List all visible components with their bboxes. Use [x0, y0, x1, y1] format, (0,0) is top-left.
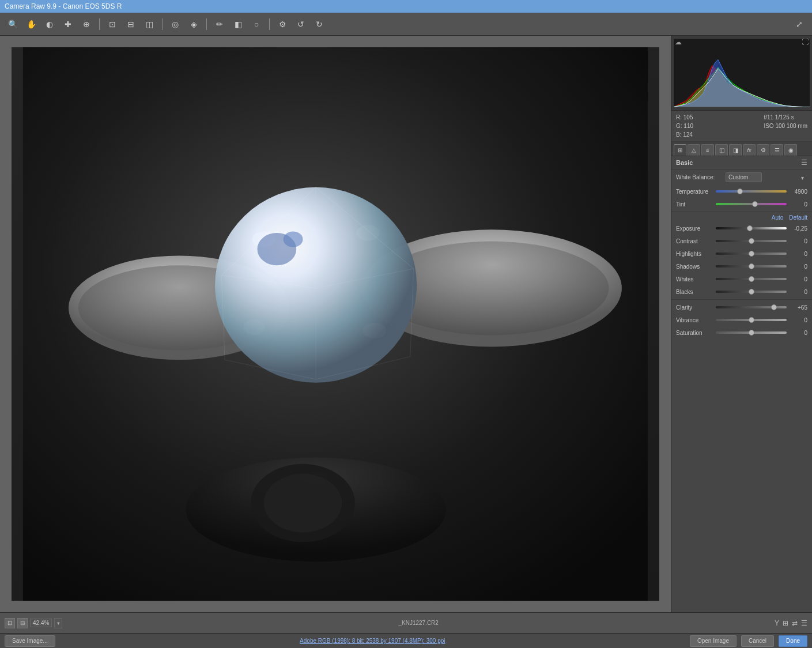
histogram-svg — [674, 38, 810, 108]
before-after-icon[interactable]: ⇄ — [792, 619, 798, 627]
clarity-label: Clarity — [676, 304, 713, 311]
zoom-dropdown-btn[interactable]: ▾ — [54, 618, 62, 628]
contrast-track-wrapper[interactable] — [716, 237, 787, 245]
filmstrip-icon[interactable]: ☰ — [801, 619, 807, 627]
saturation-thumb[interactable] — [749, 330, 754, 336]
shadows-track[interactable] — [716, 265, 787, 268]
zoom-value: 42.4% — [30, 619, 52, 627]
red-eye-tool[interactable]: ◈ — [186, 16, 202, 32]
panel-tabs: ⊞ △ ≡ ◫ ◨ fx ⚙ ☰ ◉ — [671, 142, 812, 156]
zoom-fill-btn[interactable]: ⊟ — [17, 618, 28, 628]
saturation-track[interactable] — [716, 331, 787, 334]
save-image-btn[interactable]: Save Image... — [5, 635, 55, 647]
tint-label: Tint — [676, 201, 713, 208]
whites-thumb[interactable] — [749, 276, 754, 282]
highlights-track-wrapper[interactable] — [716, 250, 787, 258]
shadows-track-wrapper[interactable] — [716, 262, 787, 270]
right-panel: ☁ ⛶ R: 105 G: 110 B: 124 f/ — [671, 36, 812, 612]
compare-icon[interactable]: ⊞ — [783, 619, 788, 627]
tab-detail[interactable]: ≡ — [701, 144, 714, 156]
zoom-fit-btn[interactable]: ⊡ — [5, 618, 15, 628]
tab-effects[interactable]: fx — [743, 144, 756, 156]
blacks-label: Blacks — [676, 289, 713, 295]
grad-filter-tool[interactable]: ◧ — [230, 16, 246, 32]
saturation-row: Saturation 0 — [671, 326, 812, 339]
blacks-track-wrapper[interactable] — [716, 288, 787, 296]
footer-bar: Save Image... Adobe RGB (1998); 8 bit; 2… — [0, 633, 812, 648]
tab-camera[interactable]: ⚙ — [757, 144, 769, 156]
shadows-row: Shadows 0 — [671, 260, 812, 273]
temperature-track[interactable] — [716, 190, 787, 193]
transform-tool[interactable]: ◫ — [141, 16, 157, 32]
footer-info[interactable]: Adobe RGB (1998); 8 bit; 2538 by 1907 (4… — [60, 638, 685, 644]
blacks-thumb[interactable] — [749, 289, 754, 295]
rotate-cw-btn[interactable]: ↻ — [311, 16, 327, 32]
tab-basic[interactable]: ⊞ — [674, 144, 686, 156]
white-balance-tool[interactable]: ◐ — [41, 16, 58, 32]
vibrance-value: 0 — [789, 317, 807, 323]
done-btn[interactable]: Done — [779, 635, 807, 647]
shadows-thumb[interactable] — [749, 263, 754, 269]
panel-title: Basic — [676, 159, 693, 166]
blacks-row: Blacks 0 — [671, 285, 812, 298]
spot-removal-tool[interactable]: ◎ — [167, 16, 183, 32]
open-image-btn[interactable]: Open Image — [690, 635, 737, 647]
image-container — [12, 47, 659, 601]
panel-menu-icon[interactable]: ☰ — [801, 159, 807, 167]
whites-track-wrapper[interactable] — [716, 275, 787, 283]
toolbar: 🔍 ✋ ◐ ✚ ⊕ ⊡ ⊟ ◫ ◎ ◈ ✏ ◧ ○ ⚙ ↺ ↻ ⤢ — [0, 13, 812, 36]
saturation-track-wrapper[interactable] — [716, 329, 787, 337]
adj-brush-tool[interactable]: ✏ — [212, 16, 228, 32]
clarity-track-wrapper[interactable] — [716, 303, 787, 311]
vibrance-thumb[interactable] — [749, 317, 754, 323]
exposure-thumb[interactable] — [747, 225, 753, 231]
tab-curve[interactable]: △ — [688, 144, 700, 156]
whites-track[interactable] — [716, 278, 787, 280]
straighten-tool[interactable]: ⊟ — [123, 16, 139, 32]
rotate-ccw-btn[interactable]: ↺ — [293, 16, 309, 32]
wb-label: White Balance: — [676, 174, 722, 180]
exposure-track[interactable] — [716, 227, 787, 229]
whites-value: 0 — [789, 276, 807, 282]
highlights-track[interactable] — [716, 253, 787, 255]
clarity-row: Clarity +65 — [671, 301, 812, 314]
clarity-track[interactable] — [716, 306, 787, 308]
cloud-icon: ☁ — [675, 38, 682, 46]
auto-btn[interactable]: Auto — [772, 214, 784, 221]
g-value: G: 110 — [676, 122, 693, 130]
aperture-info: f/11 1/125 s ISO 100 100 mm — [764, 113, 807, 139]
tab-presets[interactable]: ☰ — [771, 144, 783, 156]
toolbar-separator-2 — [162, 18, 163, 30]
tint-track[interactable] — [716, 203, 787, 205]
vibrance-track-wrapper[interactable] — [716, 316, 787, 324]
tint-track-wrapper[interactable] — [716, 200, 787, 208]
color-sample-tool[interactable]: ✚ — [60, 16, 76, 32]
open-prefs-btn[interactable]: ⚙ — [274, 16, 290, 32]
workflow-icon[interactable]: Y — [775, 619, 779, 627]
temperature-thumb[interactable] — [737, 189, 743, 194]
white-balance-row: White Balance: Custom As Shot Auto Dayli… — [671, 169, 812, 185]
tint-thumb[interactable] — [752, 201, 758, 207]
target-adj-tool[interactable]: ⊕ — [78, 16, 95, 32]
vibrance-track[interactable] — [716, 319, 787, 321]
shadows-value: 0 — [789, 263, 807, 270]
cancel-btn[interactable]: Cancel — [741, 635, 774, 647]
highlights-row: Highlights 0 — [671, 247, 812, 260]
tab-split[interactable]: ◨ — [729, 144, 742, 156]
zoom-tool[interactable]: 🔍 — [5, 16, 21, 32]
crop-tool[interactable]: ⊡ — [104, 16, 120, 32]
contrast-track[interactable] — [716, 240, 787, 242]
hand-tool[interactable]: ✋ — [23, 16, 39, 32]
wb-select[interactable]: Custom As Shot Auto Daylight Cloudy Shad… — [726, 172, 762, 182]
highlights-thumb[interactable] — [749, 251, 754, 257]
blacks-track[interactable] — [716, 291, 787, 293]
fullscreen-btn[interactable]: ⤢ — [791, 16, 807, 32]
exposure-track-wrapper[interactable] — [716, 224, 787, 232]
contrast-thumb[interactable] — [749, 238, 754, 244]
tab-hsl[interactable]: ◫ — [715, 144, 728, 156]
temperature-track-wrapper[interactable] — [716, 187, 787, 195]
clarity-thumb[interactable] — [771, 304, 777, 310]
radial-filter-tool[interactable]: ○ — [248, 16, 265, 32]
default-btn[interactable]: Default — [789, 214, 807, 221]
tab-snapshots[interactable]: ◉ — [784, 144, 797, 156]
